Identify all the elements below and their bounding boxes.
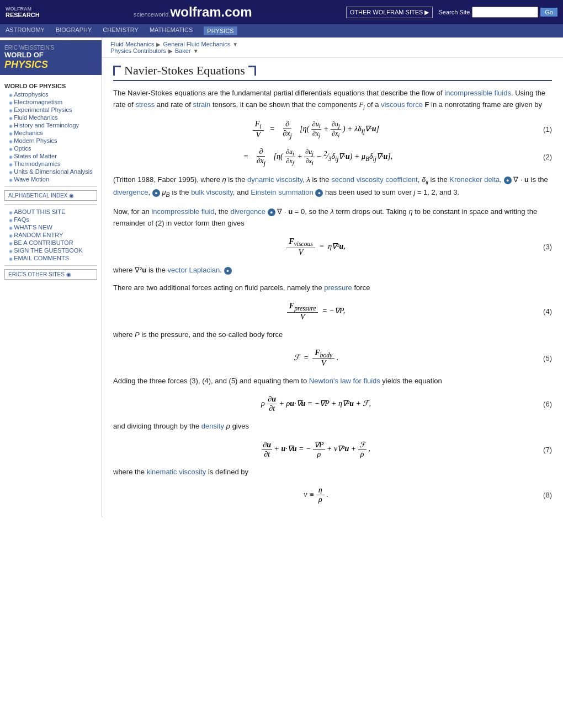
eq2-content: = ∂ ∂xj [η( ∂ui ∂xj + ∂uj [113,147,519,167]
link-kronecker-delta[interactable]: Kronecker delta [449,175,500,184]
link-viscous-force[interactable]: viscous force [381,100,423,109]
breadcrumb-general-fluid[interactable]: General Fluid Mechanics [163,41,230,47]
dividing-paragraph: and dividing through by the density ρ gi… [113,421,552,432]
equation-7: ∂u ∂t + u·∇u = − ∇P ρ + ν∇²u + ℱ ρ [113,440,552,459]
sidebar-link-states-of-matter[interactable]: States of Matter [0,152,102,160]
sidebar-link-optics[interactable]: Optics [0,144,102,152]
link-divergence-2[interactable]: divergence [230,207,265,216]
sidebar-link-electromagnetism[interactable]: Electromagnetism [0,98,102,106]
sidebar: ERIC WEISSTEIN'S WORLD OF PHYSICS WORLD … [0,38,102,517]
link-stress[interactable]: stress [135,100,155,109]
sidebar-link-history-terminology[interactable]: History and Terminology [0,121,102,129]
link-kinematic-viscosity[interactable]: kinematic viscosity [147,468,206,476]
sidebar-link-random-entry[interactable]: RANDOM ENTRY [0,231,102,239]
sidebar-other-sites[interactable]: ERIC'S OTHER SITES ◉ [4,269,97,280]
eq6-number: (6) [519,400,552,408]
link-bulk-viscosity[interactable]: bulk viscosity [191,188,233,196]
equation-3: Fviscous V = η∇²u, (3) [113,237,552,257]
eq4-content: Fpressure V = −∇P, [113,302,519,322]
breadcrumb-arrow-2: ▼ [193,48,199,54]
site-title: scienceworld.wolfram.com [45,4,341,20]
eq8-content: ν ≡ η ρ . [113,486,519,504]
nav-astronomy[interactable]: ASTRONOMY [6,26,45,35]
sidebar-link-wave-motion[interactable]: Wave Motion [0,175,102,183]
page-title: Navier-Stokes Equations [113,63,552,81]
link-incompressible-fluid[interactable]: incompressible fluid [151,207,214,216]
sidebar-link-mechanics[interactable]: Mechanics [0,129,102,137]
sidebar-link-thermodynamics[interactable]: Thermodynamics [0,160,102,168]
link-strain[interactable]: strain [193,100,211,109]
nav-biography[interactable]: BIOGRAPHY [56,26,92,35]
sidebar-link-experimental-physics[interactable]: Experimental Physics [0,106,102,114]
site-domain-main: wolfram.com [171,4,252,19]
wolfram-logo[interactable]: WOLFRAM RESEARCH [6,6,40,18]
pressure-where-paragraph: where P is the pressure, and the so-call… [113,329,552,341]
content-area: Fluid Mechanics ▶ General Fluid Mechanic… [102,38,563,517]
breadcrumb-fluid-mechanics[interactable]: Fluid Mechanics [110,41,154,47]
info-icon-2[interactable]: ● [152,189,160,197]
eq3-number: (3) [519,243,552,251]
link-density[interactable]: density [201,422,224,430]
eq7-number: (7) [519,446,552,454]
page-content: Navier-Stokes Equations The Navier-Stoke… [102,58,563,517]
nav-chemistry[interactable]: CHEMISTRY [103,26,139,35]
sidebar-link-contributor[interactable]: BE A CONTRIBUTOR [0,239,102,247]
eq3-content: Fviscous V = η∇²u, [113,237,519,257]
link-vector-laplacian[interactable]: vector Laplacian [168,266,220,274]
laplacian-paragraph: where ∇²u is the vector Laplacian. ● [113,265,552,276]
other-sites-button[interactable]: OTHER WOLFRAM SITES ▶ [346,7,433,18]
info-icon-3[interactable]: ● [315,189,323,197]
equation-6: ρ ∂u ∂t + ρu·∇u = −∇P + η∇²u + ℱ, (6) [113,395,552,413]
sidebar-logo-physics: PHYSICS [4,59,97,71]
info-icon-1[interactable]: ● [504,176,512,184]
eq4-number: (4) [519,307,552,315]
go-button[interactable]: Go [540,8,557,17]
equation-2: = ∂ ∂xj [η( ∂ui ∂xj + ∂uj [113,147,552,167]
sidebar-link-about[interactable]: ABOUT THIS SITE [0,208,102,216]
nav-physics[interactable]: PHYSICS [204,26,237,35]
link-divergence[interactable]: divergence [113,188,148,196]
sidebar-link-units[interactable]: Units & Dimensional Analysis [0,168,102,175]
sidebar-link-guestbook[interactable]: SIGN THE GUESTBOOK [0,247,102,254]
incompressible-paragraph: Now, for an incompressible fluid, the di… [113,206,552,229]
breadcrumb-row-1: Fluid Mechanics ▶ General Fluid Mechanic… [110,41,555,47]
sidebar-link-faqs[interactable]: FAQs [0,216,102,223]
eq1-number: (1) [519,125,552,133]
sidebar-link-astrophysics[interactable]: Astrophysics [0,90,102,98]
search-label: Search Site [438,9,470,15]
breadcrumb-baker[interactable]: Baker [175,47,191,54]
eq8-number: (8) [519,491,552,499]
link-dynamic-viscosity[interactable]: dynamic viscosity [247,175,302,184]
info-icon-5[interactable]: ● [224,267,232,275]
sidebar-link-fluid-mechanics[interactable]: Fluid Mechanics [0,114,102,121]
breadcrumb-physics-contributors[interactable]: Physics Contributors [110,47,166,54]
link-pressure[interactable]: pressure [324,283,352,292]
info-icon-4[interactable]: ● [268,208,275,216]
sidebar-logo-world: WORLD OF [4,51,97,59]
tritton-paragraph: (Tritton 1988, Faber 1995), where η is t… [113,174,552,200]
sidebar-link-modern-physics[interactable]: Modern Physics [0,137,102,144]
equation-8: ν ≡ η ρ . (8) [113,486,552,504]
breadcrumb-row-2: Physics Contributors ▶ Baker ▼ [110,47,555,54]
site-domain-prefix: scienceworld. [134,11,171,18]
search-input[interactable] [472,7,538,18]
sidebar-alphabetical-index[interactable]: ALPHABETICAL INDEX ◉ [4,190,97,201]
link-incompressible-fluids[interactable]: incompressible fluids [444,89,511,97]
sidebar-divider-3 [4,265,97,266]
link-second-viscosity[interactable]: second viscosity coefficient [331,175,418,184]
sidebar-link-whats-new[interactable]: WHAT'S NEW [0,223,102,231]
sidebar-link-email[interactable]: EMAIL COMMENTS [0,254,102,262]
title-bracket-right [248,66,256,76]
eq2-number: (2) [519,153,552,161]
eq7-content: ∂u ∂t + u·∇u = − ∇P ρ + ν∇²u + ℱ ρ [113,440,519,459]
sidebar-logo: ERIC WEISSTEIN'S WORLD OF PHYSICS [0,40,102,75]
link-newtons-law[interactable]: Newton's law for fluids [309,377,380,385]
site-header: WOLFRAM RESEARCH scienceworld.wolfram.co… [0,0,563,24]
link-einstein-summation[interactable]: Einstein summation [251,188,313,196]
kinematic-paragraph: where the kinematic viscosity is defined… [113,467,552,478]
sidebar-section-world-physics: WORLD OF PHYSICS [0,79,102,90]
intro-paragraph: The Navier-Stokes equations are the fund… [113,88,552,112]
adding-forces-paragraph: Adding the three forces (3), (4), and (5… [113,376,552,387]
main-layout: ERIC WEISSTEIN'S WORLD OF PHYSICS WORLD … [0,38,563,517]
nav-mathematics[interactable]: MATHEMATICS [150,26,193,35]
